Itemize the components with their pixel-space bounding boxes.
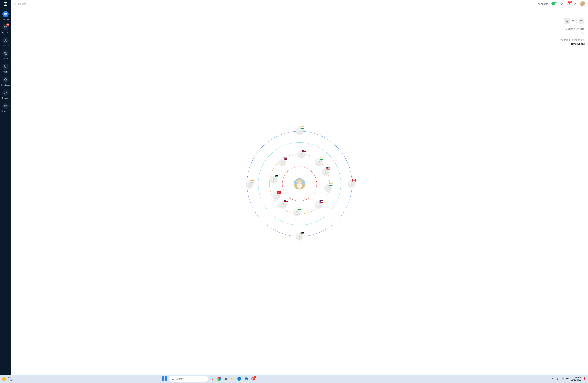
visitor-node[interactable] — [296, 233, 303, 240]
visitor-node[interactable] — [324, 184, 332, 192]
tray-volume-icon[interactable] — [561, 377, 564, 381]
svg-rect-7 — [4, 105, 7, 107]
taskbar-app-copilot[interactable] — [217, 377, 221, 381]
flag-icon — [298, 207, 301, 210]
nav-my-chats[interactable]: 50 My Chats — [0, 23, 11, 36]
app-logo: Z — [4, 1, 7, 7]
nav-chats[interactable]: Chats — [0, 49, 11, 62]
visitor-online-label: Visitor Online — [560, 27, 585, 31]
nav-live-view[interactable]: Live view — [0, 9, 11, 23]
chats-icon — [2, 50, 9, 57]
svg-point-36 — [252, 379, 253, 379]
flag-icon — [320, 158, 323, 160]
tray-wifi-icon[interactable] — [556, 377, 559, 381]
visitor-stats: Visitor Online 14 Visitors prioritized b… — [560, 27, 585, 46]
visitor-node[interactable] — [296, 127, 303, 135]
visitor-node[interactable] — [315, 201, 322, 209]
flag-icon — [326, 167, 330, 169]
nav-badge: 50 — [6, 23, 9, 26]
taskbar-search[interactable] — [169, 376, 209, 382]
flag-icon — [275, 175, 278, 177]
submenu-arrow-icon: ▶ — [10, 105, 11, 106]
settings-icon[interactable] — [573, 2, 577, 5]
svg-rect-34 — [246, 380, 247, 380]
flag-icon — [301, 232, 304, 234]
nav-label: Feedback — [1, 84, 10, 86]
briefcase-icon — [2, 103, 9, 109]
svg-point-23 — [582, 21, 582, 22]
tray-date: 06/22/2023 — [571, 379, 581, 381]
nav-label: My Chats — [1, 31, 9, 33]
svg-point-12 — [567, 21, 567, 22]
flag-icon — [352, 179, 356, 181]
svg-point-24 — [581, 22, 581, 22]
sun-icon — [2, 377, 6, 381]
taskbar-search-input[interactable] — [176, 378, 206, 380]
nav-calls[interactable]: Calls — [0, 62, 11, 75]
filter-button[interactable] — [578, 18, 585, 24]
svg-point-25 — [172, 378, 173, 380]
taskbar-app-edge[interactable] — [237, 376, 242, 382]
user-avatar[interactable] — [580, 1, 585, 6]
weather-temp: 24°C — [8, 376, 13, 379]
nav-label: Resource — [1, 110, 9, 112]
weather-widget[interactable]: 24°C Sunny — [2, 376, 13, 381]
search-wrap — [14, 2, 70, 5]
visitor-node[interactable] — [315, 158, 323, 166]
svg-point-22 — [581, 20, 581, 21]
visitor-node[interactable] — [322, 168, 329, 176]
tray-clock[interactable]: 11:00 AM 06/22/2023 — [571, 376, 581, 381]
search-icon — [172, 378, 174, 380]
search-input[interactable] — [18, 2, 70, 5]
svg-point-18 — [572, 22, 572, 22]
nav-label: Live view — [1, 18, 9, 20]
svg-point-37 — [253, 379, 254, 379]
visitor-node[interactable] — [347, 180, 355, 187]
svg-rect-27 — [226, 378, 227, 380]
nav-reports[interactable]: Reports — [0, 88, 11, 101]
svg-rect-40 — [567, 378, 568, 379]
radar-icon — [2, 11, 9, 17]
visitor-node[interactable] — [273, 192, 280, 200]
taskbar-app-badge: 1 — [254, 376, 256, 378]
main-content: Visitor Online 14 Visitors prioritized b… — [11, 8, 588, 375]
sound-icon[interactable] — [560, 2, 564, 5]
nav-label: Calls — [3, 71, 8, 73]
phone-icon — [2, 64, 9, 70]
nav-label: Visitors — [2, 45, 9, 47]
system-tray: 11:00 AM 06/22/2023 — [551, 376, 586, 381]
visitor-radar — [246, 130, 353, 237]
visitor-node[interactable] — [279, 201, 287, 208]
taskbar-app-chat[interactable]: 1 — [251, 376, 256, 382]
svg-point-38 — [557, 379, 558, 380]
nav-resource[interactable]: ▶ Resource — [0, 101, 11, 114]
tray-chevron-icon[interactable] — [551, 377, 554, 381]
tray-time: 11:00 AM — [571, 376, 581, 379]
view-mode-toggle — [564, 18, 577, 24]
visitor-node[interactable] — [297, 151, 305, 158]
taskbar-app-explorer[interactable]: 📁 — [230, 376, 235, 382]
visitor-node[interactable] — [246, 181, 253, 188]
tray-notifications-icon[interactable] — [583, 377, 586, 381]
flag-icon — [319, 200, 323, 203]
visitor-node[interactable] — [278, 158, 286, 166]
person-icon — [2, 37, 9, 44]
visitor-node[interactable] — [270, 176, 277, 183]
taskbar-app-tower[interactable]: 🗼 — [210, 376, 215, 382]
flag-icon — [283, 158, 287, 160]
nav-visitors[interactable]: ▶ Visitors — [0, 36, 11, 49]
available-toggle[interactable] — [551, 2, 557, 5]
svg-point-9 — [575, 3, 576, 4]
svg-point-17 — [572, 21, 572, 22]
notifications-icon[interactable]: 256 — [567, 2, 570, 5]
taskbar-app-taskview[interactable] — [223, 376, 228, 382]
flag-icon — [284, 200, 288, 202]
radar-view-button[interactable] — [564, 18, 570, 24]
flag-icon — [251, 180, 254, 182]
visitor-node[interactable] — [293, 208, 301, 216]
nav-feedback[interactable]: Feedback — [0, 75, 11, 88]
start-button[interactable] — [162, 376, 167, 381]
taskbar-app-store[interactable] — [244, 376, 249, 382]
list-view-button[interactable] — [570, 18, 576, 24]
tray-battery-icon[interactable] — [566, 377, 569, 381]
